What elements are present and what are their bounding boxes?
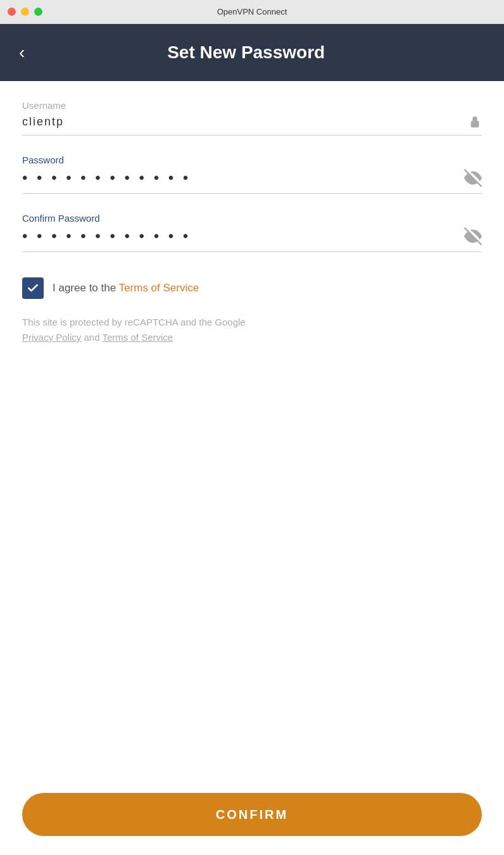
svg-rect-0 (471, 121, 479, 127)
spacer (22, 345, 482, 761)
username-field-group: Username clientp (22, 100, 482, 136)
confirm-button[interactable]: CONFIRM (22, 793, 482, 836)
maximize-button[interactable] (34, 8, 42, 16)
terms-text: I agree to the Terms of Service (53, 282, 199, 294)
lock-icon (468, 115, 482, 129)
password-label: Password (22, 155, 482, 165)
window-controls (8, 8, 42, 16)
username-row: clientp (22, 115, 482, 136)
page-title: Set New Password (37, 42, 455, 63)
back-button[interactable]: ‹ (19, 44, 25, 61)
close-button[interactable] (8, 8, 16, 16)
app-title: OpenVPN Connect (217, 7, 287, 16)
terms-prefix: I agree to the (53, 282, 119, 294)
confirm-password-row: • • • • • • • • • • • • (22, 227, 482, 252)
recaptcha-and: and (81, 332, 102, 343)
privacy-policy-link[interactable]: Privacy Policy (22, 332, 81, 343)
confirm-password-value: • • • • • • • • • • • • (22, 227, 464, 245)
terms-link[interactable]: Terms of Service (119, 282, 199, 294)
recaptcha-main-text: This site is protected by reCAPTCHA and … (22, 317, 246, 327)
minimize-button[interactable] (21, 8, 29, 16)
terms-checkbox-row: I agree to the Terms of Service (22, 277, 482, 299)
confirm-password-label: Confirm Password (22, 213, 482, 224)
confirm-button-wrapper: CONFIRM (0, 780, 504, 855)
password-field-group: Password • • • • • • • • • • • • (22, 155, 482, 194)
recaptcha-tos-link[interactable]: Terms of Service (102, 332, 173, 343)
terms-checkbox[interactable] (22, 277, 44, 299)
checkmark-icon (27, 282, 39, 294)
title-bar: OpenVPN Connect (0, 0, 504, 24)
username-value: clientp (22, 115, 468, 129)
eye-slash-icon[interactable] (464, 169, 482, 187)
confirm-eye-slash-icon[interactable] (464, 227, 482, 245)
form-content: Username clientp Password • • • • • • • … (0, 81, 504, 780)
password-value: • • • • • • • • • • • • (22, 169, 464, 187)
confirm-password-field-group: Confirm Password • • • • • • • • • • • • (22, 213, 482, 252)
username-label: Username (22, 100, 482, 111)
password-row: • • • • • • • • • • • • (22, 169, 482, 194)
page-header: ‹ Set New Password (0, 24, 504, 81)
recaptcha-notice: This site is protected by reCAPTCHA and … (22, 315, 482, 345)
